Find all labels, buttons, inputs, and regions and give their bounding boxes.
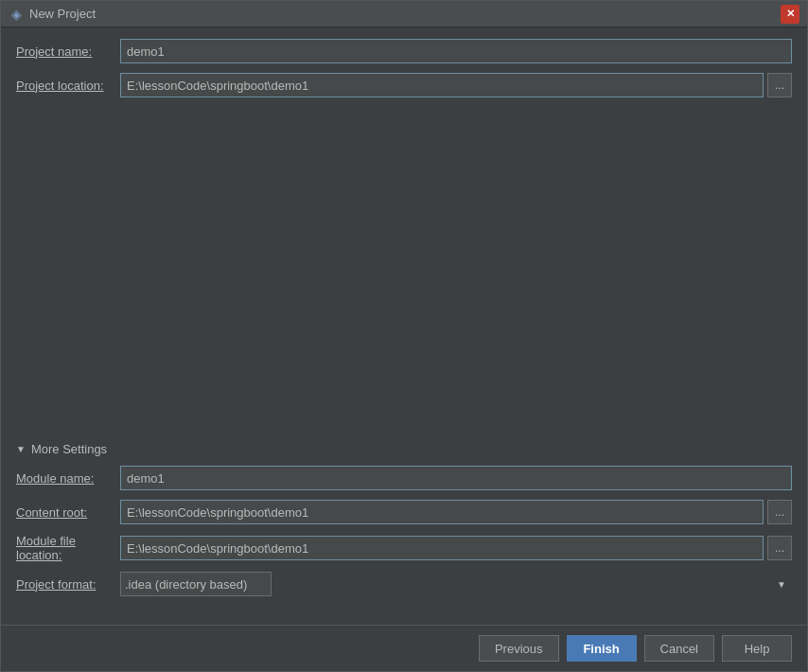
window-title: New Project <box>29 7 96 21</box>
project-format-row: Project format: .idea (directory based) <box>16 572 792 596</box>
project-location-label: Project location: <box>16 79 120 93</box>
module-name-row: Module name: <box>16 466 792 490</box>
project-format-select-container: .idea (directory based) <box>120 572 792 596</box>
finish-button[interactable]: Finish <box>567 635 637 662</box>
previous-button[interactable]: Previous <box>479 635 559 662</box>
project-format-select-wrapper: .idea (directory based) <box>120 572 792 596</box>
project-location-input[interactable] <box>120 73 764 97</box>
project-name-row: Project name: <box>16 39 792 63</box>
project-location-browse-button[interactable]: ... <box>767 73 792 97</box>
project-name-label: Project name: <box>16 44 120 59</box>
project-location-input-container: ... <box>120 73 792 97</box>
project-format-select[interactable]: .idea (directory based) <box>120 572 272 596</box>
dialog-window: ◈ New Project ✕ Project name: Project lo… <box>0 0 808 672</box>
project-name-input-container <box>120 39 792 63</box>
module-file-location-input-container: ... <box>120 536 792 560</box>
module-file-location-row: Module file location: ... <box>16 534 792 562</box>
module-file-location-input[interactable] <box>120 536 764 560</box>
project-format-label: Project format: <box>16 577 120 592</box>
title-bar-left: ◈ New Project <box>9 7 96 22</box>
module-name-input[interactable] <box>120 466 792 490</box>
content-root-browse-button[interactable]: ... <box>767 500 792 524</box>
content-root-row: Content root: ... <box>16 500 792 524</box>
close-button[interactable]: ✕ <box>781 5 799 24</box>
more-settings-label: More Settings <box>31 442 107 456</box>
title-bar: ◈ New Project ✕ <box>1 1 807 27</box>
footer-buttons: Previous Finish Cancel Help <box>1 625 807 671</box>
cancel-button[interactable]: Cancel <box>644 635 714 662</box>
more-settings-section: ▼ More Settings Module name: Content ro <box>16 442 792 606</box>
project-name-input[interactable] <box>120 39 792 63</box>
project-location-row: Project location: ... <box>16 73 792 97</box>
middle-space <box>16 107 792 442</box>
content-root-input[interactable] <box>120 500 764 524</box>
content-area: Project name: Project location: ... ▼ Mo… <box>1 27 807 625</box>
content-root-input-container: ... <box>120 500 792 524</box>
content-root-label: Content root: <box>16 505 120 520</box>
more-settings-header[interactable]: ▼ More Settings <box>16 442 792 456</box>
help-button[interactable]: Help <box>722 635 792 662</box>
more-settings-arrow: ▼ <box>16 444 26 454</box>
module-file-location-label: Module file location: <box>16 534 120 562</box>
module-name-input-container <box>120 466 792 490</box>
module-file-location-browse-button[interactable]: ... <box>767 536 792 560</box>
new-project-icon: ◈ <box>9 7 24 22</box>
more-settings-rows: Module name: Content root: ... <box>16 466 792 596</box>
module-name-label: Module name: <box>16 471 120 486</box>
